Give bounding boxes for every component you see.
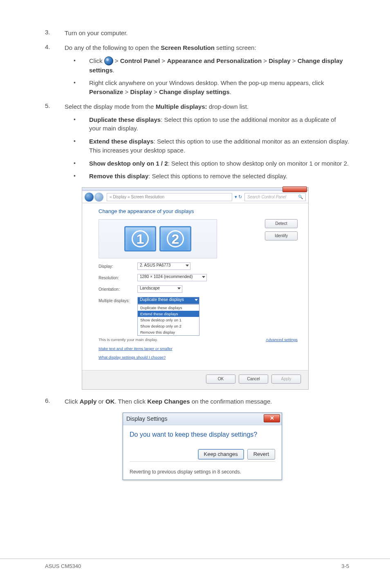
main-display-note: This is currently your main display. [99, 337, 158, 342]
bullet-mark: • [74, 172, 89, 181]
bullet-body: Click > Control Panel > Appearance and P… [89, 56, 349, 75]
t: Do any of the following to open the [65, 44, 161, 51]
step-number: 4. [45, 43, 65, 97]
bullet-body: Extend these displays: Select this optio… [89, 137, 349, 155]
close-icon[interactable] [282, 186, 307, 192]
breadcrumb[interactable]: « Display » Screen Resolution [107, 193, 232, 201]
label: Resolution: [99, 276, 137, 280]
refresh-icon[interactable]: ▾ ↻ [235, 194, 242, 200]
keep-changes-button[interactable]: Keep changes [198, 449, 244, 460]
monitors-row: 1 2 Detect Identify [99, 219, 298, 258]
display-select[interactable]: 2. ASUS PA6773 [137, 263, 191, 270]
t: Show desktop only on 1 / 2 [89, 160, 168, 167]
countdown-text: Reverting to previous display settings i… [123, 466, 282, 480]
t: Change display settings [159, 88, 230, 95]
option-only-1[interactable]: Show desktop only on 1 [138, 317, 199, 323]
bullet-body: Right click anywhere on your Windows des… [89, 79, 349, 97]
bullet-mark: • [74, 137, 89, 155]
t: Remove this display [89, 173, 148, 180]
search-icon: 🔍 [298, 195, 303, 199]
window: Display Settings ✕ Do you want to keep t… [123, 413, 282, 480]
step-number: 5. [45, 102, 65, 181]
step-5: 5. Select the display mode from the Mult… [45, 102, 349, 181]
monitor-1[interactable]: 1 [124, 226, 156, 251]
label: Orientation: [99, 287, 137, 292]
label: Display: [99, 264, 137, 269]
bullet-body: Show desktop only on 1 / 2: Select this … [89, 159, 349, 168]
value: Duplicate these displays [140, 297, 184, 302]
dialog-buttons: OK Cancel Apply [82, 370, 308, 389]
t: setting screen: [215, 44, 256, 51]
monitor-1-label: 1 [132, 230, 149, 247]
bullet-mark: • [74, 56, 89, 75]
identify-button[interactable]: Identify [265, 231, 298, 240]
step-body: Do any of the following to open the Scre… [65, 43, 349, 97]
t: . Then click [115, 398, 148, 405]
revert-button[interactable]: Revert [247, 449, 275, 460]
footer-left: ASUS CM5340 [45, 563, 81, 569]
step-body: Click Apply or OK. Then click Keep Chang… [65, 397, 349, 406]
bullet: • Show desktop only on 1 / 2: Select thi… [74, 159, 349, 168]
advanced-settings-link[interactable]: Advanced settings [266, 337, 298, 342]
row-multiple: Multiple displays: Duplicate these displ… [99, 297, 298, 304]
orientation-select[interactable]: Landscape [137, 285, 182, 293]
bullet: • Right click anywhere on your Windows d… [74, 79, 349, 97]
monitor-preview[interactable]: 1 2 [99, 219, 217, 258]
step-4: 4. Do any of the following to open the S… [45, 43, 349, 97]
t: or [96, 398, 105, 405]
t: OK [105, 398, 115, 405]
text-size-link[interactable]: Make text and other items larger or smal… [99, 346, 173, 351]
search-input[interactable]: Search Control Panel🔍 [244, 193, 306, 201]
step-number: 3. [45, 29, 65, 38]
back-icon[interactable] [85, 193, 94, 202]
t: Display [130, 88, 152, 95]
chevron-down-icon [186, 265, 189, 267]
multiple-displays-select[interactable]: Duplicate these displays [137, 297, 199, 304]
ok-button[interactable]: OK [206, 375, 235, 384]
option-duplicate[interactable]: Duplicate these displays [138, 305, 199, 311]
confirmation-dialog: Display Settings ✕ Do you want to keep t… [123, 413, 349, 480]
t: : Select this options to remove the sele… [148, 173, 287, 180]
dialog-heading: Change the appearance of your displays [99, 208, 298, 214]
page-footer: ASUS CM5340 3-5 [0, 559, 390, 569]
detect-button[interactable]: Detect [265, 219, 298, 228]
cancel-button[interactable]: Cancel [239, 375, 268, 384]
bullet: • Extend these displays: Select this opt… [74, 137, 349, 155]
row-display: Display: 2. ASUS PA6773 [99, 263, 298, 270]
address-bar: « Display » Screen Resolution ▾ ↻ Search… [82, 191, 308, 203]
apply-button[interactable]: Apply [271, 375, 301, 384]
close-icon[interactable]: ✕ [264, 414, 280, 422]
step-body: Select the display mode from the Multipl… [65, 102, 349, 181]
t: Control Panel [120, 57, 160, 64]
dropdown-panel: Duplicate these displays Extend these di… [137, 304, 298, 336]
t: Click [65, 398, 80, 405]
bullet: • Remove this display: Select this optio… [74, 172, 349, 181]
forward-icon[interactable] [94, 193, 103, 202]
bullet-mark: • [74, 79, 89, 97]
chevron-down-icon [202, 276, 205, 278]
bullet: • Duplicate these displays: Select this … [74, 115, 349, 133]
t: Display [269, 57, 290, 64]
monitor-2[interactable]: 2 [159, 226, 191, 251]
chevron-down-icon [195, 299, 198, 301]
t: Keep Changes [147, 398, 190, 405]
label: Multiple displays: [99, 298, 137, 303]
help-link[interactable]: What display settings should I choose? [99, 355, 166, 359]
row-resolution: Resolution: 1280 × 1024 (recommended) [99, 274, 298, 281]
chevron-down-icon [177, 287, 181, 290]
t: Appearance and Personalization [167, 57, 262, 64]
option-remove[interactable]: Remove this display [138, 329, 199, 335]
option-only-2[interactable]: Show desktop only on 2 [138, 323, 199, 329]
question-text: Do you want to keep these display settin… [130, 431, 275, 438]
value: 2. ASUS PA6773 [140, 263, 170, 267]
monitor-2-label: 2 [167, 230, 184, 247]
t: Apply [80, 398, 97, 405]
step-3: 3. Turn on your computer. [45, 29, 349, 38]
t: Duplicate these displays [89, 116, 161, 123]
option-extend[interactable]: Extend these displays [138, 311, 199, 317]
value: Landscape [140, 286, 160, 290]
dialog-body: Change the appearance of your displays 1… [82, 203, 308, 370]
footer-right: 3-5 [341, 563, 349, 569]
resolution-select[interactable]: 1280 × 1024 (recommended) [137, 274, 207, 281]
t: Personalize [89, 88, 123, 95]
